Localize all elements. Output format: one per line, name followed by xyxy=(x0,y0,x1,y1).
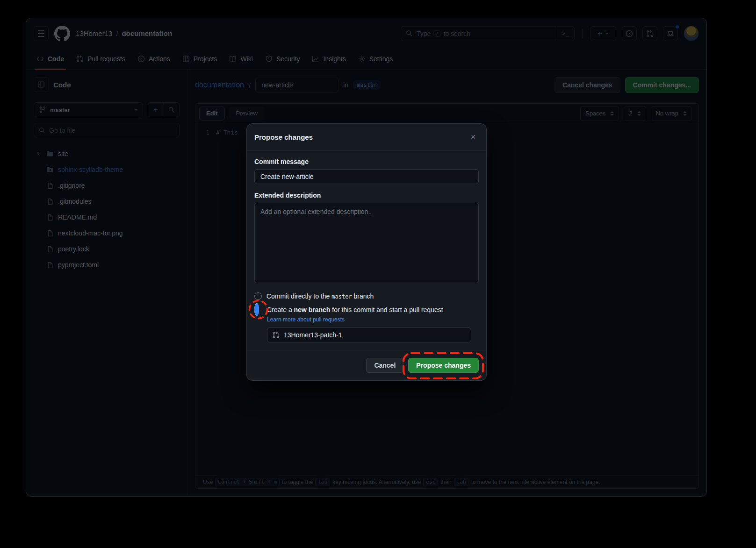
close-icon[interactable]: × xyxy=(468,131,479,142)
modal-title: Propose changes xyxy=(254,133,313,141)
create-new-branch-option[interactable]: Create a new branch for this commit and … xyxy=(254,306,479,313)
new-branch-name-value: 13Homer13-patch-1 xyxy=(284,331,342,339)
master-branch-code: master xyxy=(331,293,352,300)
commit-directly-option[interactable]: Commit directly to the master branch xyxy=(254,292,479,300)
propose-changes-button[interactable]: Propose changes xyxy=(408,358,479,373)
git-pull-request-icon xyxy=(272,331,280,339)
extended-description-textarea[interactable] xyxy=(254,203,479,283)
modal-cancel-button[interactable]: Cancel xyxy=(366,358,403,373)
learn-more-link[interactable]: Learn more about pull requests xyxy=(267,316,479,323)
commit-message-label: Commit message xyxy=(254,158,479,165)
radio-unchecked-icon[interactable] xyxy=(254,292,262,300)
radio-checked-icon[interactable] xyxy=(254,303,259,316)
commit-message-input[interactable] xyxy=(254,169,479,184)
extended-description-label: Extended description xyxy=(254,192,479,199)
new-branch-name-input[interactable]: 13Homer13-patch-1 xyxy=(267,327,471,342)
propose-changes-modal: Propose changes × Commit message Extende… xyxy=(247,124,486,380)
